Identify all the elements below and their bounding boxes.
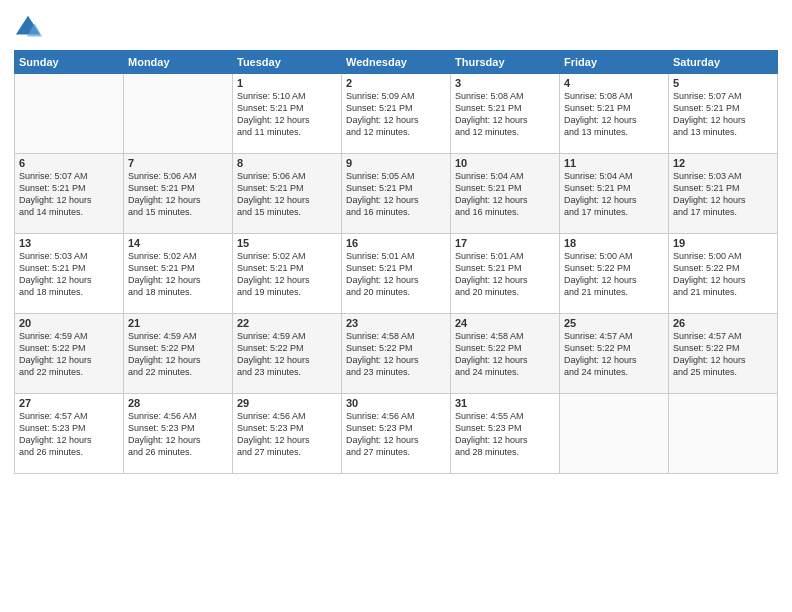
day-info: Sunrise: 5:07 AM Sunset: 5:21 PM Dayligh… (19, 170, 119, 219)
day-number: 14 (128, 237, 228, 249)
day-cell: 6Sunrise: 5:07 AM Sunset: 5:21 PM Daylig… (15, 154, 124, 234)
day-number: 11 (564, 157, 664, 169)
day-cell: 20Sunrise: 4:59 AM Sunset: 5:22 PM Dayli… (15, 314, 124, 394)
week-row-1: 1Sunrise: 5:10 AM Sunset: 5:21 PM Daylig… (15, 74, 778, 154)
day-cell: 2Sunrise: 5:09 AM Sunset: 5:21 PM Daylig… (342, 74, 451, 154)
day-info: Sunrise: 5:09 AM Sunset: 5:21 PM Dayligh… (346, 90, 446, 139)
day-number: 13 (19, 237, 119, 249)
header (14, 10, 778, 42)
day-info: Sunrise: 5:02 AM Sunset: 5:21 PM Dayligh… (128, 250, 228, 299)
day-number: 9 (346, 157, 446, 169)
day-cell: 28Sunrise: 4:56 AM Sunset: 5:23 PM Dayli… (124, 394, 233, 474)
day-info: Sunrise: 4:59 AM Sunset: 5:22 PM Dayligh… (19, 330, 119, 379)
day-number: 26 (673, 317, 773, 329)
day-info: Sunrise: 5:08 AM Sunset: 5:21 PM Dayligh… (564, 90, 664, 139)
day-info: Sunrise: 4:58 AM Sunset: 5:22 PM Dayligh… (346, 330, 446, 379)
day-number: 23 (346, 317, 446, 329)
page: SundayMondayTuesdayWednesdayThursdayFrid… (0, 0, 792, 612)
weekday-tuesday: Tuesday (233, 51, 342, 74)
week-row-2: 6Sunrise: 5:07 AM Sunset: 5:21 PM Daylig… (15, 154, 778, 234)
day-cell: 23Sunrise: 4:58 AM Sunset: 5:22 PM Dayli… (342, 314, 451, 394)
weekday-saturday: Saturday (669, 51, 778, 74)
day-info: Sunrise: 5:01 AM Sunset: 5:21 PM Dayligh… (346, 250, 446, 299)
day-info: Sunrise: 4:58 AM Sunset: 5:22 PM Dayligh… (455, 330, 555, 379)
day-cell: 5Sunrise: 5:07 AM Sunset: 5:21 PM Daylig… (669, 74, 778, 154)
day-info: Sunrise: 5:00 AM Sunset: 5:22 PM Dayligh… (673, 250, 773, 299)
weekday-monday: Monday (124, 51, 233, 74)
day-cell: 29Sunrise: 4:56 AM Sunset: 5:23 PM Dayli… (233, 394, 342, 474)
day-cell (15, 74, 124, 154)
day-cell: 7Sunrise: 5:06 AM Sunset: 5:21 PM Daylig… (124, 154, 233, 234)
day-cell: 3Sunrise: 5:08 AM Sunset: 5:21 PM Daylig… (451, 74, 560, 154)
logo (14, 14, 46, 42)
day-info: Sunrise: 4:56 AM Sunset: 5:23 PM Dayligh… (237, 410, 337, 459)
day-info: Sunrise: 5:10 AM Sunset: 5:21 PM Dayligh… (237, 90, 337, 139)
day-info: Sunrise: 4:55 AM Sunset: 5:23 PM Dayligh… (455, 410, 555, 459)
day-info: Sunrise: 4:59 AM Sunset: 5:22 PM Dayligh… (237, 330, 337, 379)
day-info: Sunrise: 4:57 AM Sunset: 5:22 PM Dayligh… (564, 330, 664, 379)
day-number: 24 (455, 317, 555, 329)
week-row-3: 13Sunrise: 5:03 AM Sunset: 5:21 PM Dayli… (15, 234, 778, 314)
day-cell: 9Sunrise: 5:05 AM Sunset: 5:21 PM Daylig… (342, 154, 451, 234)
logo-icon (14, 14, 42, 42)
day-number: 20 (19, 317, 119, 329)
day-cell: 26Sunrise: 4:57 AM Sunset: 5:22 PM Dayli… (669, 314, 778, 394)
day-cell: 27Sunrise: 4:57 AM Sunset: 5:23 PM Dayli… (15, 394, 124, 474)
calendar: SundayMondayTuesdayWednesdayThursdayFrid… (14, 50, 778, 474)
day-cell: 4Sunrise: 5:08 AM Sunset: 5:21 PM Daylig… (560, 74, 669, 154)
day-info: Sunrise: 5:03 AM Sunset: 5:21 PM Dayligh… (673, 170, 773, 219)
day-number: 27 (19, 397, 119, 409)
day-number: 29 (237, 397, 337, 409)
day-number: 18 (564, 237, 664, 249)
day-number: 8 (237, 157, 337, 169)
day-info: Sunrise: 5:01 AM Sunset: 5:21 PM Dayligh… (455, 250, 555, 299)
day-cell: 1Sunrise: 5:10 AM Sunset: 5:21 PM Daylig… (233, 74, 342, 154)
day-number: 19 (673, 237, 773, 249)
day-cell: 8Sunrise: 5:06 AM Sunset: 5:21 PM Daylig… (233, 154, 342, 234)
week-row-4: 20Sunrise: 4:59 AM Sunset: 5:22 PM Dayli… (15, 314, 778, 394)
weekday-thursday: Thursday (451, 51, 560, 74)
day-info: Sunrise: 5:06 AM Sunset: 5:21 PM Dayligh… (128, 170, 228, 219)
day-info: Sunrise: 5:05 AM Sunset: 5:21 PM Dayligh… (346, 170, 446, 219)
day-cell: 15Sunrise: 5:02 AM Sunset: 5:21 PM Dayli… (233, 234, 342, 314)
day-cell: 31Sunrise: 4:55 AM Sunset: 5:23 PM Dayli… (451, 394, 560, 474)
day-info: Sunrise: 4:56 AM Sunset: 5:23 PM Dayligh… (128, 410, 228, 459)
day-info: Sunrise: 5:03 AM Sunset: 5:21 PM Dayligh… (19, 250, 119, 299)
day-number: 7 (128, 157, 228, 169)
day-cell: 30Sunrise: 4:56 AM Sunset: 5:23 PM Dayli… (342, 394, 451, 474)
day-number: 1 (237, 77, 337, 89)
day-cell: 25Sunrise: 4:57 AM Sunset: 5:22 PM Dayli… (560, 314, 669, 394)
weekday-wednesday: Wednesday (342, 51, 451, 74)
day-cell (560, 394, 669, 474)
day-cell: 11Sunrise: 5:04 AM Sunset: 5:21 PM Dayli… (560, 154, 669, 234)
day-number: 31 (455, 397, 555, 409)
day-number: 15 (237, 237, 337, 249)
day-info: Sunrise: 5:04 AM Sunset: 5:21 PM Dayligh… (564, 170, 664, 219)
day-cell: 24Sunrise: 4:58 AM Sunset: 5:22 PM Dayli… (451, 314, 560, 394)
weekday-header-row: SundayMondayTuesdayWednesdayThursdayFrid… (15, 51, 778, 74)
day-cell: 21Sunrise: 4:59 AM Sunset: 5:22 PM Dayli… (124, 314, 233, 394)
day-number: 22 (237, 317, 337, 329)
day-info: Sunrise: 5:07 AM Sunset: 5:21 PM Dayligh… (673, 90, 773, 139)
day-number: 17 (455, 237, 555, 249)
day-info: Sunrise: 4:57 AM Sunset: 5:22 PM Dayligh… (673, 330, 773, 379)
day-cell: 10Sunrise: 5:04 AM Sunset: 5:21 PM Dayli… (451, 154, 560, 234)
day-info: Sunrise: 4:59 AM Sunset: 5:22 PM Dayligh… (128, 330, 228, 379)
day-cell: 16Sunrise: 5:01 AM Sunset: 5:21 PM Dayli… (342, 234, 451, 314)
day-info: Sunrise: 5:00 AM Sunset: 5:22 PM Dayligh… (564, 250, 664, 299)
day-cell: 22Sunrise: 4:59 AM Sunset: 5:22 PM Dayli… (233, 314, 342, 394)
day-number: 30 (346, 397, 446, 409)
day-info: Sunrise: 5:02 AM Sunset: 5:21 PM Dayligh… (237, 250, 337, 299)
day-cell: 19Sunrise: 5:00 AM Sunset: 5:22 PM Dayli… (669, 234, 778, 314)
day-info: Sunrise: 4:57 AM Sunset: 5:23 PM Dayligh… (19, 410, 119, 459)
week-row-5: 27Sunrise: 4:57 AM Sunset: 5:23 PM Dayli… (15, 394, 778, 474)
day-number: 4 (564, 77, 664, 89)
day-number: 21 (128, 317, 228, 329)
day-number: 2 (346, 77, 446, 89)
day-number: 28 (128, 397, 228, 409)
day-number: 5 (673, 77, 773, 89)
day-number: 12 (673, 157, 773, 169)
weekday-sunday: Sunday (15, 51, 124, 74)
day-info: Sunrise: 5:04 AM Sunset: 5:21 PM Dayligh… (455, 170, 555, 219)
day-cell: 17Sunrise: 5:01 AM Sunset: 5:21 PM Dayli… (451, 234, 560, 314)
